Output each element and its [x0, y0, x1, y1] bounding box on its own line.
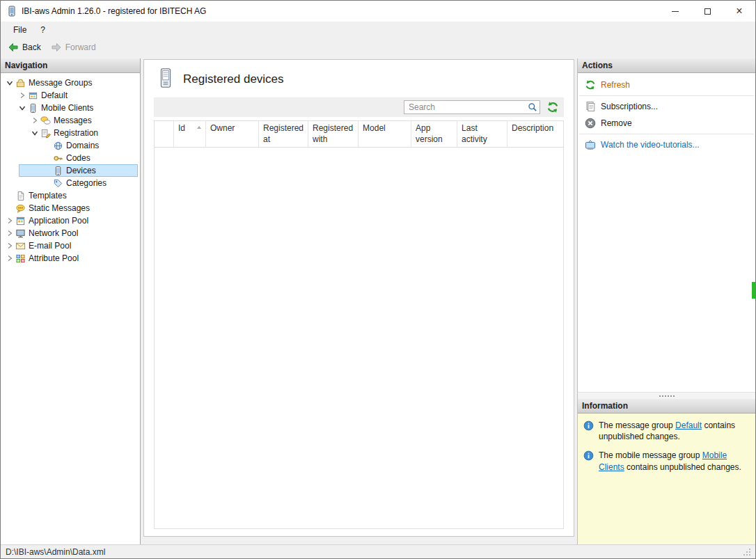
- close-icon: ×: [736, 6, 742, 17]
- tree-item-categories[interactable]: Categories: [1, 177, 140, 189]
- tree-item-label: Devices: [66, 166, 96, 175]
- refresh-icon: [585, 79, 596, 90]
- tree-item-label: Codes: [66, 153, 90, 163]
- window-controls: ×: [659, 1, 755, 22]
- action-subscriptions[interactable]: Subscriptions...: [578, 98, 755, 115]
- tree-item-label: E-mail Pool: [29, 241, 71, 251]
- tree-item-label: Categories: [66, 178, 107, 188]
- column-header-registered-at[interactable]: Registered at: [259, 121, 308, 147]
- column-header-last-activity[interactable]: Last activity: [457, 121, 507, 147]
- column-header-registered-with[interactable]: Registered with: [308, 121, 359, 147]
- tree-item-network-pool[interactable]: Network Pool: [1, 227, 140, 239]
- search-icon[interactable]: [527, 102, 538, 113]
- green-edge-artifact: [752, 282, 755, 299]
- chevron-right-icon[interactable]: [5, 241, 15, 251]
- action-refresh[interactable]: Refresh: [578, 77, 755, 93]
- forward-button[interactable]: Forward: [48, 40, 102, 54]
- messages-icon: [40, 116, 51, 126]
- tree-item-label: Mobile Clients: [41, 103, 93, 113]
- tree-item-domains[interactable]: Domains: [1, 139, 140, 152]
- back-label: Back: [22, 42, 41, 52]
- default-group-link[interactable]: Default: [675, 420, 702, 430]
- chevron-down-icon[interactable]: [30, 128, 40, 138]
- tree-item-label: Domains: [66, 141, 99, 150]
- info-message-default: The message group Default contains unpub…: [583, 420, 750, 442]
- minimize-icon: [672, 11, 679, 12]
- menu-file[interactable]: File: [6, 23, 33, 37]
- tree-item-label: Registration: [54, 128, 98, 138]
- back-button[interactable]: Back: [5, 40, 47, 54]
- action-remove[interactable]: Remove: [578, 115, 755, 132]
- search-toolbar: [154, 97, 564, 117]
- tree-item-attribute-pool[interactable]: Attribute Pool: [1, 252, 140, 265]
- close-button[interactable]: ×: [723, 1, 755, 22]
- actions-panel-filler: [578, 153, 755, 392]
- static-messages-icon: [15, 203, 26, 214]
- tree-item-default[interactable]: Default: [1, 89, 140, 102]
- window-title: IBI-aws Admin 1.26.0 - registered for IB…: [22, 6, 206, 16]
- column-header-model[interactable]: Model: [359, 121, 411, 147]
- information-header: Information: [578, 399, 755, 414]
- resize-grip[interactable]: [743, 548, 751, 556]
- column-header-id[interactable]: Id: [174, 121, 206, 147]
- tree-item-static-messages[interactable]: Static Messages: [1, 202, 140, 214]
- main-region: Navigation Message Groups Default Mobile…: [1, 56, 755, 544]
- chevron-right-icon[interactable]: [5, 216, 15, 226]
- content-region: Registered devices: [141, 58, 577, 544]
- search-input[interactable]: [404, 100, 540, 114]
- actions-separator: [579, 95, 754, 96]
- tree-item-registration[interactable]: Registration: [1, 127, 140, 139]
- chevron-spacer: [42, 153, 52, 163]
- chevron-right-icon[interactable]: [30, 116, 40, 125]
- action-video-tutorials[interactable]: Watch the video-tutorials...: [578, 136, 755, 153]
- chevron-down-icon[interactable]: [17, 103, 27, 113]
- page-title: Registered devices: [183, 72, 284, 86]
- tree-item-message-groups[interactable]: Message Groups: [1, 77, 140, 89]
- action-video-tutorials-label: Watch the video-tutorials...: [601, 140, 700, 150]
- column-header-app-version[interactable]: App version: [411, 121, 457, 147]
- menu-help[interactable]: ?: [33, 23, 52, 37]
- registered-devices-icon: [158, 68, 173, 90]
- tree-item-label: Templates: [29, 191, 67, 200]
- column-header-description[interactable]: Description: [507, 121, 563, 147]
- mobile-clients-icon: [27, 103, 38, 113]
- panel-splitter[interactable]: [578, 392, 755, 399]
- registration-icon: [40, 128, 51, 139]
- actions-separator: [579, 134, 754, 134]
- email-pool-icon: [15, 241, 26, 251]
- tree-item-messages[interactable]: Messages: [1, 114, 140, 127]
- table-header: Id Owner Registered at Registered with M…: [155, 121, 563, 148]
- tree-item-application-pool[interactable]: Application Pool: [1, 214, 140, 227]
- tree-item-templates[interactable]: Templates: [1, 189, 140, 202]
- tv-icon: [585, 139, 596, 150]
- menubar: File ?: [1, 22, 755, 38]
- search-box[interactable]: [404, 100, 540, 114]
- info-message-text: The mobile message group Mobile Clients …: [599, 450, 746, 472]
- column-header-owner[interactable]: Owner: [206, 121, 259, 147]
- info-message-mobile-clients: The mobile message group Mobile Clients …: [583, 450, 750, 472]
- message-group-icon: [27, 90, 38, 101]
- tree-item-label: Network Pool: [29, 228, 78, 238]
- categories-icon: [52, 178, 63, 189]
- chevron-spacer: [42, 166, 52, 175]
- tree-item-email-pool[interactable]: E-mail Pool: [1, 239, 140, 252]
- tree-item-mobile-clients[interactable]: Mobile Clients: [1, 102, 140, 114]
- tree-item-codes[interactable]: Codes: [1, 152, 140, 164]
- minimize-button[interactable]: [659, 1, 691, 22]
- chevron-right-icon[interactable]: [5, 228, 15, 238]
- tree-item-devices[interactable]: Devices: [1, 164, 140, 177]
- row-selector-header[interactable]: [155, 121, 174, 147]
- card-header: Registered devices: [144, 60, 574, 96]
- app-icon: [6, 6, 17, 17]
- info-icon: [583, 420, 594, 431]
- refresh-button[interactable]: [546, 101, 559, 113]
- templates-icon: [15, 191, 26, 201]
- back-arrow-icon: [8, 42, 19, 53]
- chevron-down-icon[interactable]: [5, 78, 15, 88]
- subscriptions-icon: [585, 101, 596, 112]
- tree-item-label: Default: [41, 90, 68, 100]
- maximize-button[interactable]: [691, 1, 723, 22]
- chevron-right-icon[interactable]: [17, 90, 27, 100]
- application-pool-icon: [15, 216, 26, 226]
- chevron-right-icon[interactable]: [5, 253, 15, 263]
